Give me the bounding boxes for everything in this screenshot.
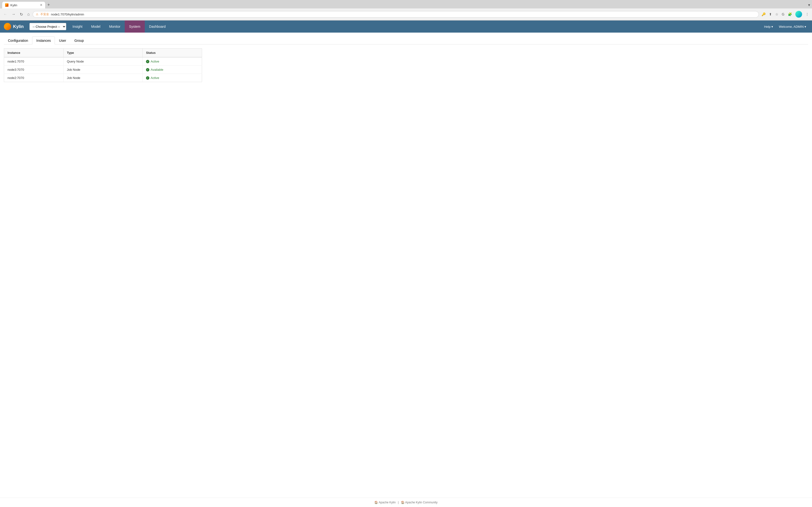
- cell-type-0: Query Node: [63, 57, 143, 66]
- tab-user[interactable]: User: [55, 37, 70, 44]
- share-button[interactable]: ⬆: [768, 11, 773, 17]
- back-button[interactable]: ←: [2, 11, 9, 17]
- security-text: 不安全: [40, 12, 49, 16]
- project-selector[interactable]: -- Choose Project --: [30, 23, 66, 30]
- table-row: node2:7070 Job Node ✓ Active: [4, 74, 202, 82]
- tab-group[interactable]: Group: [70, 37, 88, 44]
- table-body: node1:7070 Query Node ✓ Active node3:707…: [4, 57, 202, 82]
- footer-apache-kylin-link[interactable]: Apache Kylin: [379, 501, 396, 504]
- status-dot-0: ✓: [146, 60, 149, 63]
- profile-avatar: [795, 11, 802, 18]
- status-dot-2: ✓: [146, 76, 149, 80]
- cell-status-2: ✓ Active: [143, 74, 202, 82]
- bookmark-button[interactable]: ☆: [774, 11, 779, 17]
- footer-home-icon: 🏠: [374, 501, 378, 504]
- nav-system[interactable]: System: [125, 20, 145, 33]
- tab-configuration[interactable]: Configuration: [4, 37, 32, 44]
- content-area: Configuration Instances User Group Insta…: [0, 33, 812, 498]
- brand-icon: [4, 23, 11, 30]
- page-tabs: Configuration Instances User Group: [4, 37, 808, 44]
- extensions-button[interactable]: 🧩: [786, 11, 793, 17]
- toolbar-actions: 🔑 ⬆ ☆ G 🧩 ⋮: [760, 10, 810, 18]
- instances-table: Instance Type Status node1:7070 Query No…: [4, 48, 202, 82]
- col-header-status: Status: [143, 49, 202, 57]
- profile-button[interactable]: [794, 10, 803, 18]
- main-nav: Insight Model Monitor System Dashboard: [68, 20, 170, 33]
- col-header-instance: Instance: [4, 49, 63, 57]
- chrome-menu-button[interactable]: ⋮: [804, 11, 810, 17]
- brand-name: Kylin: [13, 24, 24, 29]
- browser-chrome: Kylin × + ▾ ← → ↻ ⌂ ⚠ 不安全 node1:7070/kyl…: [0, 0, 812, 20]
- address-bar[interactable]: ⚠ 不安全 node1:7070/kylin/admin: [33, 11, 759, 18]
- nav-model[interactable]: Model: [87, 20, 105, 33]
- cell-instance-0: node1:7070: [4, 57, 63, 66]
- tab-instances[interactable]: Instances: [32, 37, 55, 44]
- table-row: node1:7070 Query Node ✓ Active: [4, 57, 202, 66]
- nav-insight[interactable]: Insight: [68, 20, 87, 33]
- cell-status-0: ✓ Active: [143, 57, 202, 66]
- table-header: Instance Type Status: [4, 49, 202, 57]
- col-header-type: Type: [63, 49, 143, 57]
- table-header-row: Instance Type Status: [4, 49, 202, 57]
- cell-type-2: Job Node: [63, 74, 143, 82]
- password-manager-button[interactable]: 🔑: [760, 11, 767, 17]
- nav-dashboard[interactable]: Dashboard: [145, 20, 170, 33]
- forward-button[interactable]: →: [10, 11, 17, 17]
- help-button[interactable]: Help ▾: [762, 24, 775, 30]
- browser-tabs: Kylin × + ▾: [0, 0, 812, 8]
- reload-button[interactable]: ↻: [18, 11, 24, 18]
- nav-monitor[interactable]: Monitor: [105, 20, 125, 33]
- footer-separator: |: [398, 501, 399, 504]
- tab-title: Kylin: [10, 3, 38, 7]
- home-button[interactable]: ⌂: [26, 11, 31, 17]
- browser-tab-kylin[interactable]: Kylin ×: [2, 1, 45, 8]
- app-navbar: Kylin -- Choose Project -- Insight Model…: [0, 20, 812, 33]
- translate-button[interactable]: G: [780, 11, 785, 17]
- app-brand: Kylin: [0, 23, 28, 30]
- page-footer: 🏠 Apache Kylin | 🏠 Apache Kylin Communit…: [0, 498, 812, 507]
- tab-close-button[interactable]: ×: [40, 3, 42, 7]
- cell-status-1: ✓ Available: [143, 66, 202, 74]
- security-icon: ⚠: [36, 12, 39, 16]
- cell-instance-1: node3:7070: [4, 66, 63, 74]
- status-badge-1: ✓ Available: [146, 68, 198, 71]
- address-text: node1:7070/kylin/admin: [51, 12, 756, 16]
- cell-instance-2: node2:7070: [4, 74, 63, 82]
- tab-list-button[interactable]: ▾: [808, 3, 810, 7]
- welcome-button[interactable]: Welcome, ADMIN ▾: [777, 24, 808, 30]
- status-badge-0: ✓ Active: [146, 60, 198, 63]
- footer-community-link[interactable]: Apache Kylin Community: [405, 501, 438, 504]
- tab-favicon: [5, 3, 8, 7]
- status-badge-2: ✓ Active: [146, 76, 198, 80]
- footer-community-icon: 🏠: [401, 501, 405, 504]
- cell-type-1: Job Node: [63, 66, 143, 74]
- navbar-right: Help ▾ Welcome, ADMIN ▾: [762, 24, 812, 30]
- browser-toolbar: ← → ↻ ⌂ ⚠ 不安全 node1:7070/kylin/admin 🔑 ⬆…: [0, 8, 812, 20]
- status-dot-1: ✓: [146, 68, 149, 71]
- table-row: node3:7070 Job Node ✓ Available: [4, 66, 202, 74]
- new-tab-button[interactable]: +: [45, 1, 52, 8]
